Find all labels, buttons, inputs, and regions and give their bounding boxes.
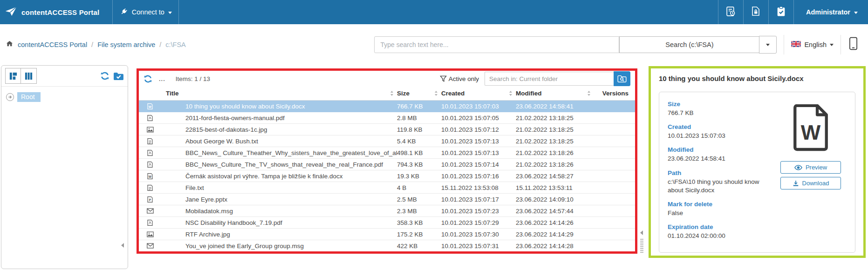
table-row[interactable]: 22815-best-of-dakotas-1c.jpg119.8 KB10.0… xyxy=(139,124,635,135)
file-modified: 21.02.2022 13:18:25 xyxy=(516,138,594,145)
breadcrumb-separator: / xyxy=(159,41,161,48)
column-view-toggle-button[interactable] xyxy=(21,68,37,84)
file-created: 10.01.2023 15:07:16 xyxy=(441,173,516,180)
versions-column-header[interactable]: Versions xyxy=(594,90,635,97)
detail-field-label: Expiration date xyxy=(668,223,769,230)
file-title: BBC_News_ Culture_Theather_Why_sisters_h… xyxy=(161,149,397,156)
detail-field-value: 766.7 KB xyxy=(668,109,769,117)
size-column-label: Size xyxy=(397,90,410,97)
table-row[interactable]: W10 thing you should know about Sicily.d… xyxy=(139,101,635,112)
breadcrumb-archive-link[interactable]: File system archive xyxy=(97,41,155,48)
brand-home-link[interactable]: contentACCESS Portal xyxy=(0,0,112,24)
topbar-spacer xyxy=(179,0,718,24)
file-title: Mobiladatok.msg xyxy=(161,208,397,215)
table-row[interactable]: About George W. Bush.txt5.4 KB10.01.2023… xyxy=(139,135,635,147)
ppt-file-icon: P xyxy=(139,196,161,203)
file-title: 22815-best-of-dakotas-1c.jpg xyxy=(161,126,397,133)
mobile-view-button[interactable] xyxy=(849,37,858,52)
created-column-header[interactable]: Created xyxy=(441,90,516,97)
refresh-tree-button[interactable] xyxy=(100,71,109,81)
expand-arrow-icon[interactable] xyxy=(6,93,14,101)
file-modified: 21.02.2022 13:18:26 xyxy=(516,161,594,168)
file-title: 10 thing you should know about Sicily.do… xyxy=(161,103,397,110)
grid-detail-splitter xyxy=(639,230,644,258)
table-row[interactable]: BBC_News_Culture_The_TV_shows_that_revea… xyxy=(139,159,635,170)
tasks-report-button[interactable] xyxy=(718,0,743,24)
table-row[interactable]: You_ve joined the Early_Group group.msg4… xyxy=(139,240,635,251)
contentaccess-portal-app: contentACCESS Portal Connect to xyxy=(0,0,868,270)
grid-header-row: Title Size Created Modified Versions xyxy=(139,87,635,101)
table-row[interactable]: BBC_News_ Culture_Theather_Why_sisters_h… xyxy=(139,147,635,159)
detail-field-label: Size xyxy=(668,101,769,108)
filter-funnel-icon xyxy=(440,75,447,82)
file-created: 10.01.2023 15:07:31 xyxy=(441,243,516,250)
title-column-header[interactable]: Title xyxy=(161,90,397,97)
search-button[interactable]: Search (c:\FSA) xyxy=(619,36,759,53)
table-row[interactable]: File.txt4 B15.11.2022 13:53:0815.11.2022… xyxy=(139,182,635,194)
connect-to-menu[interactable]: Connect to xyxy=(113,0,178,24)
modified-column-header[interactable]: Modified xyxy=(516,90,594,97)
download-button[interactable]: Download xyxy=(780,177,841,189)
word-document-icon: W xyxy=(790,104,832,155)
file-size: 498.1 KB xyxy=(397,149,441,156)
folder-scope-search-input[interactable] xyxy=(485,72,614,86)
more-options-button[interactable]: ... xyxy=(159,75,165,82)
collapse-tree-panel-handle[interactable] xyxy=(121,243,124,248)
tree-view-toggle-button[interactable] xyxy=(5,68,21,84)
folder-search-button[interactable] xyxy=(614,71,630,86)
file-modified: 21.02.2022 13:18:26 xyxy=(516,149,594,156)
home-icon[interactable] xyxy=(6,40,14,49)
detail-field-label: Created xyxy=(668,123,769,130)
modified-column-label: Modified xyxy=(516,90,542,97)
table-row[interactable]: 2011-ford-fiesta-owners-manual.pdf2.8 MB… xyxy=(139,112,635,124)
file-title: 2011-ford-fiesta-owners-manual.pdf xyxy=(161,115,397,122)
file-size: 2.3 MB xyxy=(397,208,441,215)
detail-field-label: Mark for delete xyxy=(668,201,769,208)
svg-text:W: W xyxy=(801,121,821,144)
msg-file-icon xyxy=(139,208,161,214)
text-file-icon xyxy=(139,138,161,145)
active-only-filter[interactable]: Active only xyxy=(440,75,479,82)
table-row[interactable]: WČernák asistoval pri výhre. Tampa je bl… xyxy=(139,170,635,182)
table-row[interactable]: NSC Disability Handbook_7.19.pdf358.3 KB… xyxy=(139,217,635,229)
detail-field: Size766.7 KB xyxy=(668,101,769,117)
tree-root-node[interactable]: Root xyxy=(6,92,123,102)
document-lock-icon xyxy=(750,6,761,19)
chevron-down-icon xyxy=(830,44,834,46)
chevron-down-icon xyxy=(854,12,858,14)
file-title: BBC_News_Culture_The_TV_shows_that_revea… xyxy=(161,161,397,168)
table-row[interactable]: Mobiladatok.msg2.3 MB10.01.2023 15:07:23… xyxy=(139,205,635,217)
versions-column-label: Versions xyxy=(602,90,629,97)
sort-arrows-icon[interactable] xyxy=(588,91,590,96)
vertical-divider xyxy=(784,35,784,54)
sort-arrows-icon[interactable] xyxy=(390,91,393,96)
title-column-label: Title xyxy=(166,90,179,97)
sort-arrows-icon[interactable] xyxy=(509,91,512,96)
top-navigation-bar: contentACCESS Portal Connect to xyxy=(0,0,868,24)
sort-arrows-icon[interactable] xyxy=(435,91,437,96)
size-column-header[interactable]: Size xyxy=(397,90,441,97)
language-selector[interactable]: English xyxy=(791,41,834,48)
search-options-dropdown[interactable] xyxy=(759,36,777,54)
legal-hold-button[interactable] xyxy=(744,0,768,24)
breadcrumb-current-folder: c:\FSA xyxy=(165,41,186,48)
tree-root-label: Root xyxy=(17,92,41,102)
search-input[interactable] xyxy=(374,36,619,53)
breadcrumb-separator: / xyxy=(91,41,93,48)
preview-button[interactable]: Preview xyxy=(780,161,841,174)
approval-tasks-button[interactable] xyxy=(769,0,793,24)
table-row[interactable]: RTF Archive.jpg175.2 KB10.01.2023 15:07:… xyxy=(139,229,635,240)
file-created: 10.01.2023 15:07:12 xyxy=(441,126,516,133)
document-clock-icon xyxy=(725,6,737,19)
table-row[interactable]: PJane Eyre.pptx2.5 MB10.01.2023 15:07:17… xyxy=(139,194,635,205)
file-title: RTF Archive.jpg xyxy=(161,231,397,238)
breadcrumb-portal-link[interactable]: contentACCESS Portal xyxy=(18,41,87,48)
administrator-label: Administrator xyxy=(806,8,850,16)
splitter-grip[interactable] xyxy=(640,239,643,254)
collapse-detail-panel-handle[interactable] xyxy=(640,230,643,235)
administrator-menu[interactable]: Administrator xyxy=(794,0,868,24)
refresh-grid-button[interactable] xyxy=(144,74,152,83)
file-size: 19.3 KB xyxy=(397,173,441,180)
folder-select-icon[interactable] xyxy=(113,72,124,81)
vertical-divider xyxy=(841,35,841,54)
